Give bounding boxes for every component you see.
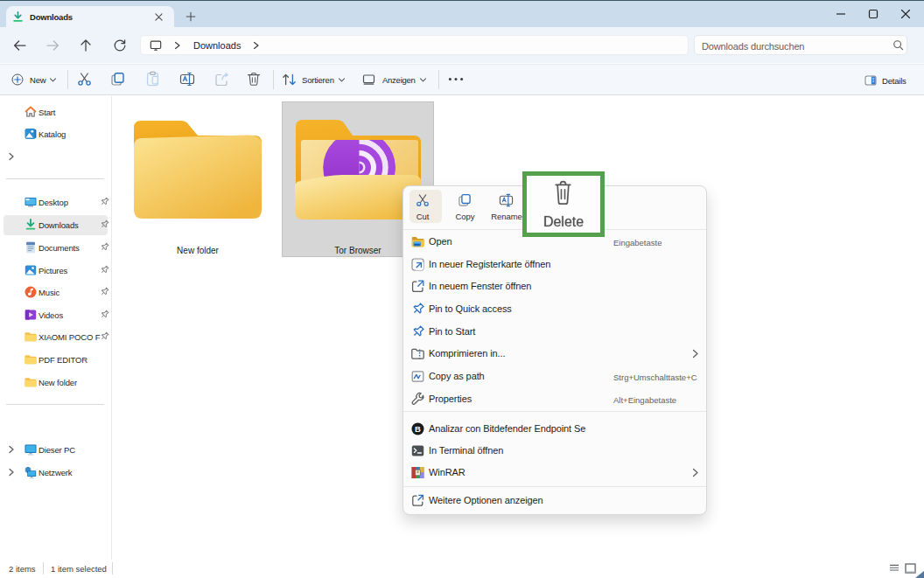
svg-text:B: B	[415, 424, 421, 434]
